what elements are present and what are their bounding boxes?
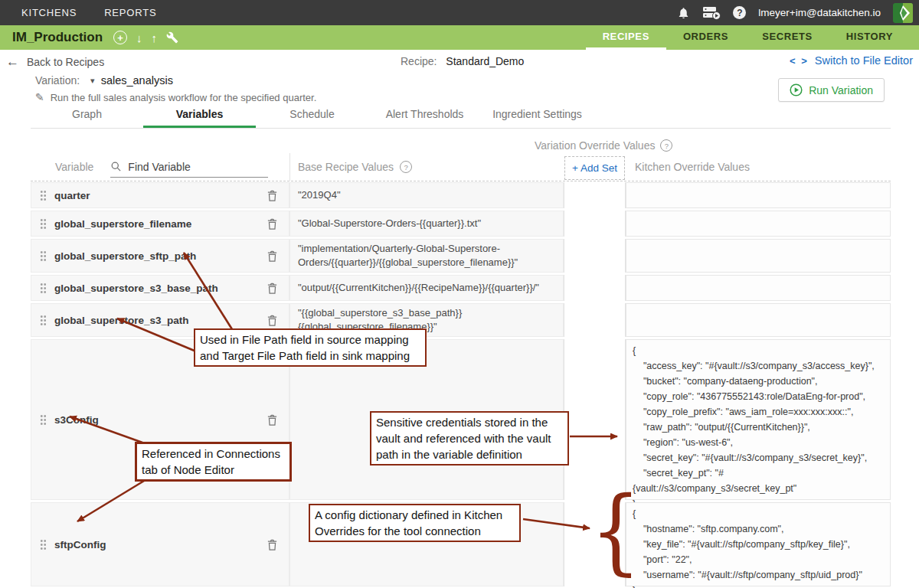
delete-variable-button[interactable]: [267, 538, 278, 551]
recipe-label: Recipe:: [401, 55, 437, 67]
drag-handle-icon[interactable]: [40, 539, 46, 550]
tab-schedule[interactable]: Schedule: [256, 107, 368, 128]
info-question-icon[interactable]: ?: [660, 139, 672, 152]
find-variable-field[interactable]: [110, 157, 268, 178]
search-icon: [110, 161, 122, 172]
add-kitchen-icon[interactable]: +: [113, 31, 127, 44]
annotation-box-config-dict: A config dictionary defined in Kitchen O…: [309, 504, 521, 542]
kitchen-value-cell[interactable]: [626, 275, 891, 301]
kitchen-bar: IM_Production + ↓ ↑ RECIPES ORDERS SECRE…: [0, 25, 919, 50]
variable-row-filename: global_superstore_filename: [31, 211, 289, 237]
variable-row-s3-base-path: global_superstore_s3_base_path: [31, 275, 289, 301]
variable-column-label: Variable: [55, 161, 93, 173]
base-values-info-icon[interactable]: ?: [400, 161, 412, 173]
base-value-cell[interactable]: "Global-Superstore-Orders-{{quarter}}.tx…: [289, 211, 564, 237]
topbar-right: ? lmeyer+im@datakitchen.io: [677, 3, 913, 23]
drag-handle-icon[interactable]: [40, 190, 46, 201]
kitchen-override-header-cell: Kitchen Override Values: [626, 153, 891, 181]
variable-row-quarter: quarter: [31, 182, 289, 208]
base-value-cell[interactable]: "implementation/Quarterly-Global-Superst…: [289, 239, 564, 273]
recipe-name: Standard_Demo: [446, 55, 524, 67]
delete-variable-button[interactable]: [267, 413, 278, 426]
tab-alert-thresholds[interactable]: Alert Thresholds: [368, 107, 481, 128]
tab-variables[interactable]: Variables: [143, 107, 256, 128]
kitchen-value-cell[interactable]: [626, 303, 891, 337]
override-set-cell: [564, 182, 626, 208]
annotation-box-connections: Referenced in Connections tab of Node Ed…: [135, 442, 292, 482]
kitchen-value-cell[interactable]: [626, 182, 891, 208]
override-set-cell: [564, 239, 626, 273]
variation-label: Variation:: [35, 74, 80, 87]
drag-handle-icon[interactable]: [40, 414, 46, 425]
variable-name: global_superstore_sftp_path: [54, 250, 196, 262]
kitchen-title: IM_Production: [12, 30, 103, 45]
base-values-label: Base Recipe Values: [298, 161, 394, 173]
tab-graph[interactable]: Graph: [31, 107, 143, 128]
notifications-bell-icon[interactable]: [677, 6, 690, 20]
find-variable-input[interactable]: [126, 160, 260, 174]
tab-ingredient-settings[interactable]: Ingredient Settings: [481, 107, 594, 128]
user-email[interactable]: lmeyer+im@datakitchen.io: [758, 7, 881, 18]
drag-handle-icon[interactable]: [40, 315, 46, 325]
agent-status-icon[interactable]: [702, 5, 721, 20]
kitchen-tabs: RECIPES ORDERS SECRETS HISTORY: [586, 25, 910, 50]
variation-description: Run the full sales analysis workflow for…: [51, 92, 317, 103]
top-nav-bar: KITCHENS REPORTS ? lmeyer+im@datakitchen…: [0, 0, 919, 25]
code-brackets-icon: < >: [790, 55, 809, 67]
edit-pencil-icon[interactable]: ✎: [35, 91, 44, 103]
tab-orders[interactable]: ORDERS: [666, 25, 745, 50]
variable-name: s3Config: [54, 414, 99, 426]
tab-history[interactable]: HISTORY: [829, 25, 910, 50]
nav-reports[interactable]: REPORTS: [104, 7, 156, 18]
kitchen-value-cell[interactable]: [626, 239, 891, 273]
base-values-header-cell: Base Recipe Values ?: [289, 153, 564, 181]
back-to-recipes-link[interactable]: ← Back to Recipes: [6, 54, 104, 70]
switch-to-file-editor-link[interactable]: < > Switch to File Editor: [790, 54, 913, 67]
delete-variable-button[interactable]: [267, 282, 278, 295]
override-set-cell: [564, 275, 626, 301]
override-set-cell: [564, 303, 626, 337]
kitchen-json-s3config: { "access_key": "#{vault://s3/company_s3…: [633, 345, 875, 509]
variation-override-header: Variation Override Values ?: [535, 139, 672, 152]
run-variation-label: Run Variation: [809, 84, 873, 96]
kitchen-value-cell[interactable]: { "access_key": "#{vault://s3/company_s3…: [626, 339, 891, 500]
app-window: KITCHENS REPORTS ? lmeyer+im@datakitchen…: [0, 0, 919, 588]
add-set-button[interactable]: + Add Set: [564, 156, 625, 180]
override-set-cell: [564, 211, 626, 237]
base-value: "implementation/Quarterly-Global-Superst…: [298, 242, 555, 270]
variation-description-row: ✎ Run the full sales analysis workflow f…: [35, 91, 316, 103]
merge-down-arrow-icon[interactable]: ↓: [136, 31, 142, 44]
variable-header-cell: Variable: [31, 153, 289, 181]
delete-variable-button[interactable]: [267, 217, 278, 230]
add-set-header-cell: + Add Set: [564, 153, 626, 181]
breadcrumb-row: ← Back to Recipes Recipe: Standard_Demo …: [0, 50, 919, 73]
nav-kitchens[interactable]: KITCHENS: [21, 7, 77, 18]
kitchen-value-cell[interactable]: [626, 211, 891, 237]
delete-variable-button[interactable]: [267, 189, 278, 202]
base-value-cell[interactable]: "2019Q4": [289, 182, 564, 208]
variable-name: global_superstore_s3_base_path: [54, 283, 218, 294]
base-value: "2019Q4": [298, 188, 555, 202]
variable-name: global_superstore_s3_path: [54, 315, 189, 326]
delete-variable-button[interactable]: [267, 250, 278, 263]
base-value-cell[interactable]: "output/{{CurrentKitchen}}/{{RecipeName}…: [289, 275, 564, 301]
drag-handle-icon[interactable]: [40, 218, 46, 229]
run-variation-button[interactable]: Run Variation: [778, 78, 885, 102]
switch-label: Switch to File Editor: [815, 54, 913, 67]
merge-up-arrow-icon[interactable]: ↑: [152, 31, 158, 44]
help-icon[interactable]: ?: [733, 6, 746, 19]
wrench-icon[interactable]: [166, 31, 178, 44]
tab-recipes[interactable]: RECIPES: [586, 25, 666, 50]
annotation-box-file-path: Used in File Path field in source mappin…: [194, 328, 427, 367]
kitchen-actions: + ↓ ↑: [113, 31, 178, 44]
tab-secrets[interactable]: SECRETS: [745, 25, 829, 50]
variation-selector[interactable]: Variation: ▾ sales_analysis: [35, 74, 173, 87]
play-circle-icon: [790, 83, 803, 96]
kitchen-override-label: Kitchen Override Values: [635, 161, 750, 173]
top-nav: KITCHENS REPORTS: [21, 7, 156, 18]
drag-handle-icon[interactable]: [40, 283, 46, 293]
drag-handle-icon[interactable]: [40, 250, 46, 261]
kitchen-value-cell[interactable]: { "hostname": "sftp.company.com", "key_f…: [626, 502, 891, 586]
delete-variable-button[interactable]: [267, 314, 278, 327]
kitchen-json-sftpconfig: { "hostname": "sftp.company.com", "key_f…: [633, 508, 862, 588]
